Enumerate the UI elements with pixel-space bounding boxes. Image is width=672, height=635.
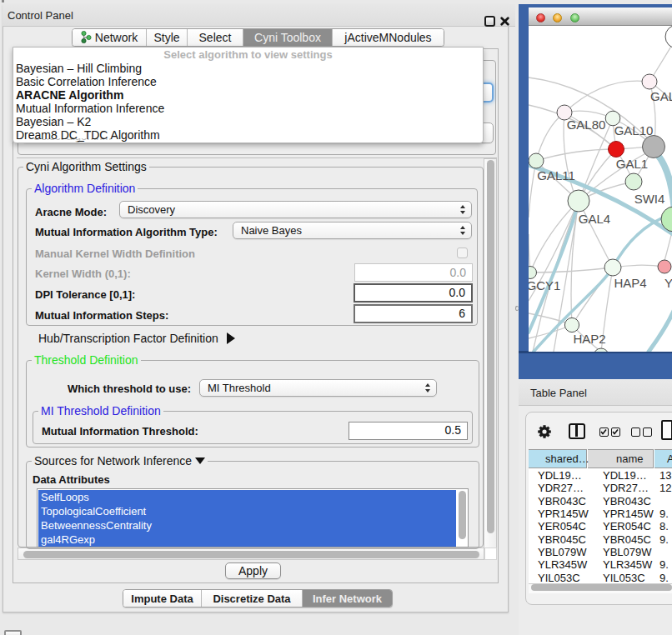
svg-text:GAL1: GAL1 — [616, 157, 648, 171]
svg-text:GAL4: GAL4 — [579, 212, 610, 226]
svg-text:SWI4: SWI4 — [634, 192, 665, 206]
svg-text:HAP4: HAP4 — [614, 276, 646, 290]
svg-text:GCY1: GCY1 — [529, 278, 560, 292]
svg-text:GAL11: GAL11 — [537, 168, 575, 182]
svg-text:GAL2: GAL2 — [650, 89, 672, 103]
svg-text:HAP2: HAP2 — [573, 332, 605, 346]
svg-text:YEL: YEL — [664, 276, 672, 290]
svg-text:GAL10: GAL10 — [614, 123, 654, 138]
svg-text:GAL80: GAL80 — [567, 118, 606, 132]
